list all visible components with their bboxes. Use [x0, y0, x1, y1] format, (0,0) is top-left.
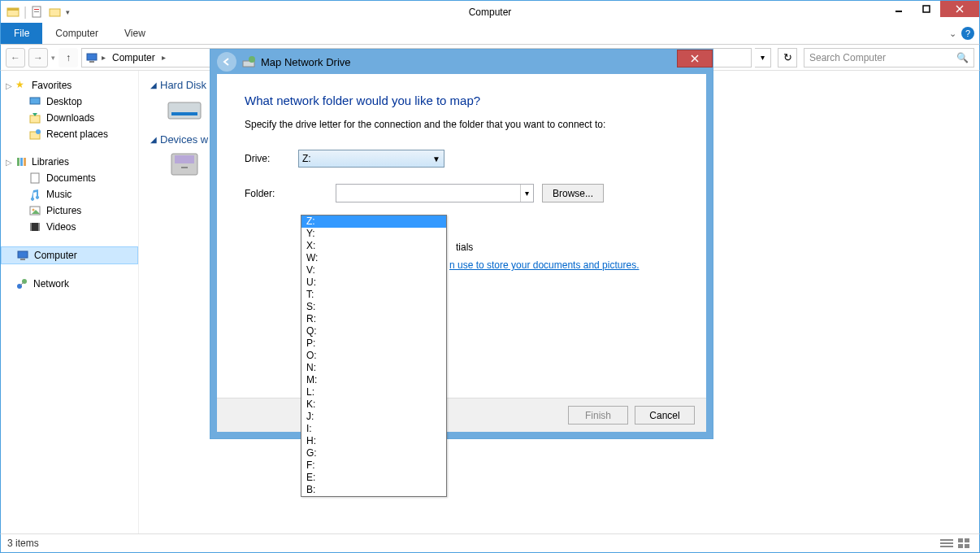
help-icon[interactable]: ?	[961, 27, 974, 40]
breadcrumb-chevron-icon[interactable]: ▸	[162, 53, 166, 62]
chevron-down-icon[interactable]: ▾	[520, 185, 533, 202]
drive-option[interactable]: U:	[301, 276, 446, 289]
search-input[interactable]: Search Computer 🔍	[804, 48, 974, 67]
group-label: Hard Disk	[160, 79, 206, 91]
computer-icon	[85, 51, 98, 64]
folder-label: Folder:	[245, 188, 298, 199]
drive-option[interactable]: X:	[301, 240, 446, 252]
drive-dropdown-list[interactable]: Z:Y:X:W:V:U:T:S:R:Q:P:O:N:M:L:K:J:I:H:G:…	[301, 215, 447, 497]
drive-option[interactable]: K:	[301, 398, 446, 411]
svg-rect-28	[20, 259, 25, 260]
drive-option[interactable]: M:	[301, 374, 446, 386]
drive-option[interactable]: N:	[301, 362, 446, 374]
cancel-button[interactable]: Cancel	[635, 406, 695, 425]
website-link-partial[interactable]: n use to store your documents and pictur…	[449, 259, 679, 271]
drive-option[interactable]: H:	[301, 435, 446, 447]
address-dropdown[interactable]: ▾	[755, 48, 771, 67]
properties-icon[interactable]	[30, 5, 45, 20]
sidebar-favorites-header[interactable]: ▷ ★ Favorites	[1, 77, 138, 94]
dialog-back-button[interactable]	[217, 52, 236, 72]
svg-rect-39	[940, 546, 953, 547]
drive-option[interactable]: B:	[301, 484, 446, 496]
music-icon	[28, 188, 41, 201]
breadcrumb-item[interactable]: Computer	[109, 52, 158, 63]
svg-rect-13	[30, 115, 40, 123]
drive-option[interactable]: P:	[301, 337, 446, 350]
drive-option[interactable]: T:	[301, 289, 446, 301]
back-button[interactable]: ←	[6, 48, 25, 67]
sidebar-item-desktop[interactable]: Desktop	[1, 94, 138, 110]
link-text[interactable]: n use to store your documents and pictur…	[449, 259, 639, 271]
svg-rect-40	[958, 538, 963, 542]
drive-select[interactable]: Z: ▼	[298, 150, 444, 168]
sidebar-item-videos[interactable]: Videos	[1, 219, 138, 235]
svg-rect-4	[34, 11, 39, 12]
sidebar-libraries-header[interactable]: ▷ Libraries	[1, 154, 138, 170]
svg-rect-37	[940, 539, 953, 541]
refresh-button[interactable]: ↻	[778, 48, 797, 67]
new-folder-icon[interactable]	[48, 5, 63, 20]
status-bar: 3 items	[0, 533, 980, 553]
sidebar-item-computer[interactable]: Computer	[1, 246, 138, 264]
file-tab[interactable]: File	[1, 23, 42, 44]
svg-rect-42	[958, 544, 963, 548]
drive-option[interactable]: L:	[301, 386, 446, 398]
folder-combo[interactable]: ▾	[336, 184, 534, 202]
drive-option[interactable]: W:	[301, 252, 446, 264]
quick-access-toolbar: | ▾	[1, 5, 70, 20]
svg-rect-1	[7, 8, 19, 11]
svg-rect-12	[30, 98, 40, 104]
qat-dropdown-icon[interactable]: ▾	[66, 8, 70, 16]
drive-option[interactable]: V:	[301, 264, 446, 276]
up-button[interactable]: ↑	[59, 48, 78, 67]
drive-option[interactable]: I:	[301, 423, 446, 435]
drive-option[interactable]: F:	[301, 459, 446, 472]
sidebar-favorites-label: Favorites	[32, 80, 72, 91]
hard-drive-icon	[165, 94, 204, 124]
svg-rect-7	[923, 6, 930, 12]
tab-computer[interactable]: Computer	[42, 23, 111, 44]
svg-rect-25	[30, 223, 32, 231]
breadcrumb-chevron-icon[interactable]: ▸	[102, 53, 106, 62]
history-dropdown-icon[interactable]: ▾	[51, 54, 55, 62]
ribbon-expand-icon[interactable]: ⌄	[949, 28, 956, 39]
drive-option[interactable]: G:	[301, 447, 446, 459]
sidebar-item-network[interactable]: Network	[1, 276, 138, 292]
drive-option[interactable]: Q:	[301, 325, 446, 337]
details-view-icon[interactable]	[939, 538, 954, 549]
svg-rect-11	[89, 61, 94, 63]
sidebar-item-music[interactable]: Music	[1, 186, 138, 202]
svg-rect-27	[18, 251, 28, 258]
sidebar-item-pictures[interactable]: Pictures	[1, 202, 138, 219]
desktop-icon	[28, 95, 41, 108]
drive-option[interactable]: E:	[301, 472, 446, 484]
window-controls	[885, 1, 979, 17]
explorer-icon	[6, 5, 20, 20]
sidebar-item-label: Downloads	[46, 112, 94, 124]
drive-option[interactable]: S:	[301, 301, 446, 313]
star-icon: ★	[15, 79, 28, 92]
dialog-close-button[interactable]	[677, 50, 713, 67]
drive-option[interactable]: Y:	[301, 228, 446, 240]
svg-point-16	[36, 129, 41, 134]
tab-view[interactable]: View	[111, 23, 158, 44]
drive-option[interactable]: Z:	[301, 216, 446, 228]
svg-rect-43	[965, 544, 969, 548]
close-button[interactable]	[940, 1, 979, 17]
sidebar-item-documents[interactable]: Documents	[1, 170, 138, 186]
network-drive-icon	[241, 54, 256, 69]
maximize-button[interactable]	[913, 1, 940, 17]
drive-option[interactable]: R:	[301, 313, 446, 325]
group-label: Devices w	[160, 133, 208, 146]
drive-option[interactable]: J:	[301, 411, 446, 423]
finish-button[interactable]: Finish	[568, 406, 628, 425]
tiles-view-icon[interactable]	[957, 538, 972, 549]
svg-rect-19	[24, 158, 26, 166]
minimize-button[interactable]	[885, 1, 913, 17]
sidebar-item-recent[interactable]: Recent places	[1, 126, 138, 142]
drive-option[interactable]: O:	[301, 350, 446, 362]
sidebar-item-downloads[interactable]: Downloads	[1, 110, 138, 126]
ribbon: File Computer View ⌄ ?	[0, 24, 980, 45]
forward-button[interactable]: →	[28, 48, 48, 67]
browse-button[interactable]: Browse...	[542, 184, 604, 202]
